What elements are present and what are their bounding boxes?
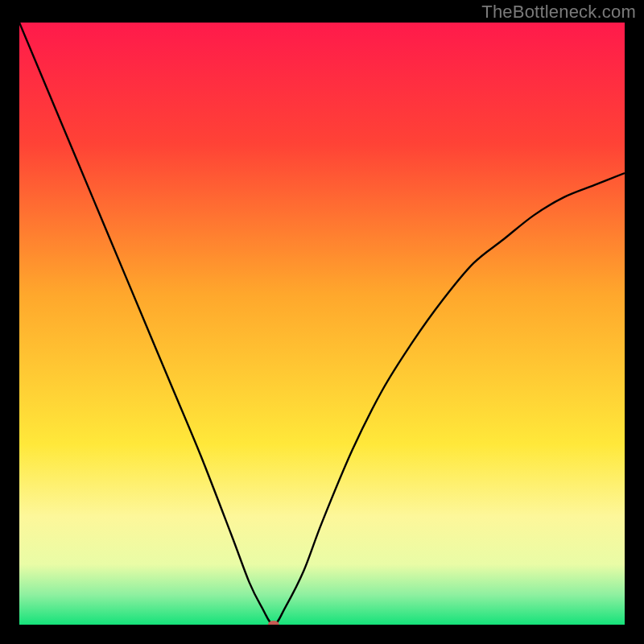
chart-frame: TheBottleneck.com — [0, 0, 644, 644]
plot-svg — [19, 23, 625, 625]
watermark-text: TheBottleneck.com — [481, 2, 636, 23]
gradient-background — [19, 23, 625, 625]
bottleneck-plot — [19, 23, 625, 625]
